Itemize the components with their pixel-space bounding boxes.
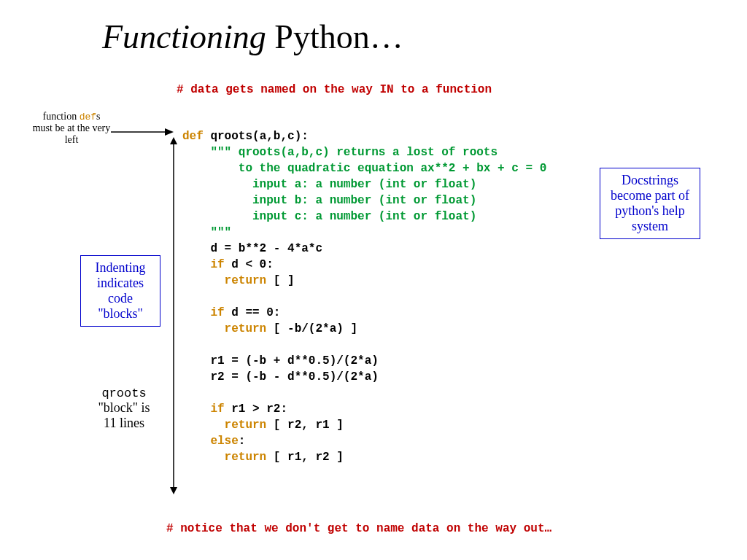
qroots-line: "block" is	[98, 400, 150, 415]
code-line: [ -b/(2*a) ]	[266, 322, 357, 335]
kw-def: def	[182, 130, 204, 143]
indent	[182, 451, 225, 464]
qroots-name: qroots	[101, 386, 146, 400]
code-line: d = b**2 - 4*a*c	[182, 242, 322, 255]
docstring-line: """ qroots(a,b,c) returns a lost of root…	[182, 146, 498, 159]
sidenote-defs-pre: function	[42, 111, 79, 122]
kw-return: return	[225, 322, 267, 335]
kw-if: if	[210, 402, 224, 416]
callout-indenting: Indenting indicates code "blocks"	[80, 255, 160, 327]
docstring-line: input b: a number (int or float)	[182, 194, 476, 207]
kw-if: if	[210, 258, 224, 271]
indent	[182, 419, 225, 432]
top-comment: # data gets named on the way IN to a fun…	[177, 83, 492, 96]
kw-return: return	[225, 451, 267, 464]
svg-marker-4	[170, 487, 177, 494]
vertical-extent-arrow-icon	[168, 137, 179, 494]
callout-docstrings: Docstrings become part of python's help …	[600, 168, 700, 239]
code-line: r1 = (-b + d**0.5)/(2*a)	[182, 354, 379, 368]
slide-title: Functioning Python…	[102, 18, 403, 56]
title-rest: Python…	[266, 18, 403, 55]
def-keyword: def	[80, 112, 96, 122]
indent	[182, 258, 210, 271]
kw-return: return	[225, 274, 267, 287]
kw-if: if	[210, 306, 224, 319]
docstring-line: to the quadratic equation ax**2 + bx + c…	[182, 162, 546, 175]
code-line: d == 0:	[225, 306, 281, 319]
indent	[182, 435, 210, 448]
code-line: d < 0:	[225, 258, 274, 271]
kw-return: return	[225, 419, 267, 432]
indent	[182, 274, 225, 287]
title-italic: Functioning	[102, 18, 266, 55]
code-line: qroots(a,b,c):	[204, 130, 309, 143]
kw-else: else	[210, 435, 238, 448]
code-block: def qroots(a,b,c): """ qroots(a,b,c) ret…	[182, 128, 546, 465]
code-line: r2 = (-b - d**0.5)/(2*a)	[182, 370, 379, 384]
code-line: [ r2, r1 ]	[266, 419, 344, 432]
arrow-right-icon	[109, 125, 175, 139]
docstring-line: input c: a number (int or float)	[182, 210, 476, 223]
indent	[182, 402, 210, 416]
code-line: r1 > r2:	[225, 402, 287, 416]
svg-marker-1	[165, 128, 174, 136]
code-line: [ r1, r2 ]	[266, 451, 344, 464]
docstring-line: input a: a number (int or float)	[182, 178, 476, 191]
qroots-line: 11 lines	[104, 416, 144, 430]
callout-qroots-block: qroots "block" is 11 lines	[80, 385, 168, 431]
svg-marker-3	[170, 137, 177, 144]
indent	[182, 306, 210, 319]
indent	[182, 322, 225, 335]
code-line: [ ]	[266, 274, 294, 287]
sidenote-defs: function defs must be at the very left	[32, 111, 111, 146]
bottom-comment: # notice that we don't get to name data …	[166, 522, 551, 535]
docstring-line: """	[182, 226, 231, 239]
code-line: :	[239, 435, 246, 448]
